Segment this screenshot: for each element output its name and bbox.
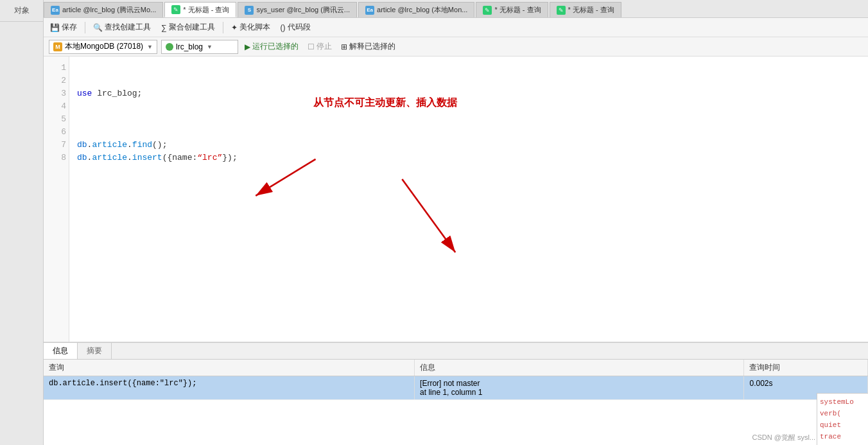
- tab-label-tab5: * 无标题 - 查询: [494, 5, 541, 15]
- code-line-6: [77, 126, 860, 139]
- beautify-icon: ✦: [231, 23, 238, 32]
- editor-area: 12345678 use lrc_blog;db.article.find();…: [44, 57, 868, 342]
- code-line-3: use lrc_blog;: [77, 87, 860, 100]
- right-preview-line: systemLo: [820, 396, 865, 408]
- connection-select[interactable]: M 本地MongoDB (27018) ▼: [49, 40, 157, 54]
- right-preview-line: verb(: [820, 408, 865, 419]
- code-icon: (): [281, 23, 286, 32]
- run-icon: ▶: [245, 42, 250, 51]
- code-line-4: [77, 100, 860, 113]
- tab-icon-tab5: ✎: [483, 6, 492, 15]
- svg-line-2: [402, 179, 455, 252]
- panel-tab-信息[interactable]: 信息: [44, 343, 78, 359]
- explain-button[interactable]: ⊞ 解释已选择的: [338, 40, 398, 53]
- connection-name: 本地MongoDB (27018): [65, 41, 143, 52]
- db-chevron: ▼: [207, 44, 213, 50]
- beautify-button[interactable]: ✦ 美化脚本: [227, 21, 274, 34]
- db-select[interactable]: lrc_blog ▼: [161, 40, 238, 54]
- separator-1: [85, 22, 85, 33]
- right-panel-preview: systemLoverb(quiettrace: [817, 393, 868, 445]
- bottom-panel: 信息摘要 查询 信息 查询时间 db.article.insert({name:…: [44, 342, 868, 445]
- save-icon: 💾: [50, 23, 60, 32]
- result-table: 查询 信息 查询时间 db.article.insert({name:"lrc"…: [44, 360, 868, 445]
- aggregate-label: 聚合创建工具: [169, 22, 215, 33]
- connection-bar: M 本地MongoDB (27018) ▼ lrc_blog ▼ ▶ 运行已选择…: [44, 37, 868, 57]
- table-row[interactable]: db.article.insert({name:"lrc"});[Error] …: [44, 376, 868, 400]
- tab-tab6[interactable]: ✎* 无标题 - 查询: [550, 2, 621, 17]
- code-editor[interactable]: use lrc_blog;db.article.find();db.articl…: [69, 57, 868, 342]
- tab-label-tab4: article @lrc_blog (本地Mon...: [377, 5, 467, 15]
- code-line-5: [77, 113, 860, 126]
- find-tool-label: 查找创建工具: [105, 22, 151, 33]
- svg-line-1: [256, 159, 315, 196]
- db-icon: [166, 43, 173, 51]
- toolbar: 💾 保存 🔍 查找创建工具 ∑ 聚合创建工具 ✦ 美化脚本 () 代码段: [44, 18, 868, 37]
- tab-icon-tab2: ✎: [171, 5, 180, 14]
- tab-icon-tab3: S: [245, 6, 254, 15]
- tab-icon-tab1: Ea: [51, 6, 60, 15]
- sidebar-object-label[interactable]: 对象: [0, 0, 43, 22]
- beautify-label: 美化脚本: [239, 22, 270, 33]
- save-label: 保存: [62, 22, 77, 33]
- right-preview-line: trace: [820, 431, 865, 442]
- tab-label-tab3: sys_user @lrc_blog (腾讯云...: [256, 5, 350, 15]
- code-block-label: 代码段: [288, 22, 311, 33]
- code-line-2: [77, 74, 860, 87]
- run-button[interactable]: ▶ 运行已选择的: [242, 40, 301, 53]
- tab-tab1[interactable]: Eaarticle @lrc_blog (腾讯云Mo...: [44, 2, 163, 17]
- run-label: 运行已选择的: [252, 41, 299, 52]
- aggregate-button[interactable]: ∑ 聚合创建工具: [157, 21, 219, 34]
- col-header-query: 查询: [44, 360, 415, 376]
- find-icon: 🔍: [93, 23, 103, 32]
- left-sidebar: 对象: [0, 0, 44, 445]
- find-tool-button[interactable]: 🔍 查找创建工具: [89, 21, 155, 34]
- stop-label: 停止: [317, 41, 332, 52]
- tab-icon-tab6: ✎: [557, 6, 566, 15]
- tab-icon-tab4: Ea: [365, 6, 374, 15]
- code-block-button[interactable]: () 代码段: [277, 21, 315, 34]
- tab-label-tab2: * 无标题 - 查询: [183, 5, 229, 15]
- explain-icon: ⊞: [341, 42, 347, 51]
- panel-tab-摘要[interactable]: 摘要: [78, 343, 112, 359]
- tab-tab5[interactable]: ✎* 无标题 - 查询: [476, 2, 548, 17]
- col-header-info: 信息: [415, 360, 744, 376]
- tab-bar: Eaarticle @lrc_blog (腾讯云Mo...✎* 无标题 - 查询…: [44, 0, 868, 18]
- code-line-8: db.article.insert({name:“lrc”});: [77, 152, 860, 164]
- aggregate-icon: ∑: [161, 23, 167, 32]
- panel-tabs: 信息摘要: [44, 343, 868, 360]
- line-numbers: 12345678: [44, 57, 69, 342]
- tab-label-tab6: * 无标题 - 查询: [568, 5, 614, 15]
- tab-tab4[interactable]: Eaarticle @lrc_blog (本地Mon...: [358, 2, 474, 17]
- watermark: CSDN @觉醒 sysl...: [752, 433, 815, 442]
- cell-query: db.article.insert({name:"lrc"});: [44, 376, 415, 400]
- tab-tab3[interactable]: Ssys_user @lrc_blog (腾讯云...: [238, 2, 357, 17]
- main-container: 12345678 use lrc_blog;db.article.find();…: [44, 57, 868, 445]
- explain-label: 解释已选择的: [349, 41, 395, 52]
- separator-2: [223, 22, 223, 33]
- code-line-7: db.article.find();: [77, 139, 860, 152]
- tab-label-tab1: article @lrc_blog (腾讯云Mo...: [62, 5, 156, 15]
- tab-tab2[interactable]: ✎* 无标题 - 查询: [164, 2, 236, 17]
- code-line-1: [77, 62, 860, 74]
- col-header-time: 查询时间: [744, 360, 868, 376]
- save-button[interactable]: 💾 保存: [46, 21, 81, 34]
- stop-button[interactable]: ☐ 停止: [305, 40, 334, 53]
- cell-info: [Error] not masterat line 1, column 1: [415, 376, 744, 400]
- db-name: lrc_blog: [176, 42, 203, 51]
- right-preview-line: quiet: [820, 419, 865, 431]
- mongo-icon: M: [53, 42, 62, 51]
- stop-icon: ☐: [308, 42, 315, 51]
- connection-chevron: ▼: [147, 44, 153, 50]
